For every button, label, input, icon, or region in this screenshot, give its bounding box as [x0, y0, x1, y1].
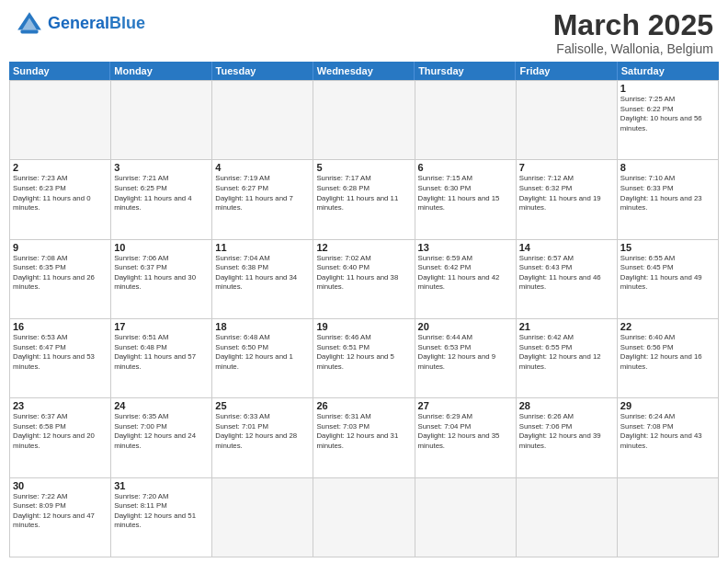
day-info: Sunrise: 6:26 AM Sunset: 7:06 PM Dayligh… — [519, 412, 614, 451]
cal-cell — [10, 81, 111, 160]
cal-cell: 9Sunrise: 7:08 AM Sunset: 6:35 PM Daylig… — [10, 240, 111, 319]
cal-cell — [517, 478, 618, 557]
cal-cell: 16Sunrise: 6:53 AM Sunset: 6:47 PM Dayli… — [10, 319, 111, 398]
day-info: Sunrise: 7:04 AM Sunset: 6:38 PM Dayligh… — [215, 254, 310, 293]
day-number: 27 — [418, 400, 513, 411]
weekday-header-wednesday: Wednesday — [313, 62, 415, 80]
day-info: Sunrise: 6:48 AM Sunset: 6:50 PM Dayligh… — [215, 333, 310, 372]
day-info: Sunrise: 6:31 AM Sunset: 7:03 PM Dayligh… — [316, 412, 411, 451]
day-number: 6 — [418, 162, 513, 173]
svg-rect-2 — [20, 29, 38, 33]
day-info: Sunrise: 6:53 AM Sunset: 6:47 PM Dayligh… — [13, 333, 108, 372]
header: GeneralBlue March 2025 Falisolle, Wallon… — [0, 0, 728, 62]
cal-cell: 7Sunrise: 7:12 AM Sunset: 6:32 PM Daylig… — [517, 160, 618, 239]
cal-cell: 26Sunrise: 6:31 AM Sunset: 7:03 PM Dayli… — [313, 398, 415, 477]
cal-cell: 11Sunrise: 7:04 AM Sunset: 6:38 PM Dayli… — [212, 240, 313, 319]
location: Falisolle, Wallonia, Belgium — [553, 41, 713, 56]
cal-cell — [212, 478, 313, 557]
cal-cell: 19Sunrise: 6:46 AM Sunset: 6:51 PM Dayli… — [313, 319, 415, 398]
logo-icon — [15, 9, 44, 39]
day-number: 26 — [316, 400, 411, 411]
day-info: Sunrise: 7:19 AM Sunset: 6:27 PM Dayligh… — [215, 174, 310, 213]
cal-cell: 21Sunrise: 6:42 AM Sunset: 6:55 PM Dayli… — [517, 319, 618, 398]
day-info: Sunrise: 7:17 AM Sunset: 6:28 PM Dayligh… — [316, 174, 411, 213]
day-number: 3 — [114, 162, 209, 173]
day-info: Sunrise: 6:46 AM Sunset: 6:51 PM Dayligh… — [316, 333, 411, 372]
cal-cell — [313, 478, 415, 557]
logo-blue: Blue — [109, 14, 145, 32]
weekday-header-thursday: Thursday — [415, 62, 516, 80]
cal-cell: 25Sunrise: 6:33 AM Sunset: 7:01 PM Dayli… — [212, 398, 313, 477]
month-year: March 2025 — [553, 9, 713, 41]
cal-cell — [415, 478, 517, 557]
cal-cell: 27Sunrise: 6:29 AM Sunset: 7:04 PM Dayli… — [415, 398, 517, 477]
day-info: Sunrise: 6:35 AM Sunset: 7:00 PM Dayligh… — [114, 412, 209, 451]
cal-cell: 18Sunrise: 6:48 AM Sunset: 6:50 PM Dayli… — [212, 319, 313, 398]
cal-cell: 20Sunrise: 6:44 AM Sunset: 6:53 PM Dayli… — [415, 319, 517, 398]
cal-cell: 3Sunrise: 7:21 AM Sunset: 6:25 PM Daylig… — [111, 160, 212, 239]
day-number: 22 — [620, 321, 715, 332]
day-info: Sunrise: 7:08 AM Sunset: 6:35 PM Dayligh… — [13, 254, 108, 293]
logo: GeneralBlue — [15, 9, 145, 39]
day-number: 15 — [620, 242, 715, 253]
cal-cell — [313, 81, 415, 160]
page: GeneralBlue March 2025 Falisolle, Wallon… — [0, 0, 728, 563]
cal-cell: 28Sunrise: 6:26 AM Sunset: 7:06 PM Dayli… — [517, 398, 618, 477]
day-number: 11 — [215, 242, 310, 253]
day-number: 7 — [519, 162, 614, 173]
cal-cell: 6Sunrise: 7:15 AM Sunset: 6:30 PM Daylig… — [415, 160, 517, 239]
day-info: Sunrise: 6:44 AM Sunset: 6:53 PM Dayligh… — [418, 333, 513, 372]
cal-cell: 29Sunrise: 6:24 AM Sunset: 7:08 PM Dayli… — [618, 398, 719, 477]
day-info: Sunrise: 7:10 AM Sunset: 6:33 PM Dayligh… — [620, 174, 715, 213]
day-number: 30 — [13, 480, 108, 491]
day-number: 9 — [13, 242, 108, 253]
day-number: 8 — [620, 162, 715, 173]
title-block: March 2025 Falisolle, Wallonia, Belgium — [553, 9, 713, 56]
day-info: Sunrise: 6:51 AM Sunset: 6:48 PM Dayligh… — [114, 333, 209, 372]
logo-general: General — [48, 14, 109, 32]
day-info: Sunrise: 6:55 AM Sunset: 6:45 PM Dayligh… — [620, 254, 715, 293]
cal-cell: 23Sunrise: 6:37 AM Sunset: 6:58 PM Dayli… — [10, 398, 111, 477]
day-info: Sunrise: 7:25 AM Sunset: 6:22 PM Dayligh… — [620, 95, 715, 133]
cal-cell: 13Sunrise: 6:59 AM Sunset: 6:42 PM Dayli… — [415, 240, 517, 319]
cal-cell: 30Sunrise: 7:22 AM Sunset: 8:09 PM Dayli… — [10, 478, 111, 557]
cal-cell: 8Sunrise: 7:10 AM Sunset: 6:33 PM Daylig… — [618, 160, 719, 239]
day-info: Sunrise: 6:29 AM Sunset: 7:04 PM Dayligh… — [418, 412, 513, 451]
day-number: 4 — [215, 162, 310, 173]
cal-cell: 31Sunrise: 7:20 AM Sunset: 8:11 PM Dayli… — [111, 478, 212, 557]
day-info: Sunrise: 6:59 AM Sunset: 6:42 PM Dayligh… — [418, 254, 513, 293]
day-number: 28 — [519, 400, 614, 411]
day-info: Sunrise: 7:15 AM Sunset: 6:30 PM Dayligh… — [418, 174, 513, 213]
calendar-grid: 1Sunrise: 7:25 AM Sunset: 6:22 PM Daylig… — [9, 80, 719, 557]
day-info: Sunrise: 6:37 AM Sunset: 6:58 PM Dayligh… — [13, 412, 108, 451]
day-info: Sunrise: 7:21 AM Sunset: 6:25 PM Dayligh… — [114, 174, 209, 213]
cal-cell: 2Sunrise: 7:23 AM Sunset: 6:23 PM Daylig… — [10, 160, 111, 239]
day-number: 21 — [519, 321, 614, 332]
cal-cell: 5Sunrise: 7:17 AM Sunset: 6:28 PM Daylig… — [313, 160, 415, 239]
day-number: 2 — [13, 162, 108, 173]
cal-cell — [415, 81, 517, 160]
weekday-header-friday: Friday — [516, 62, 617, 80]
day-info: Sunrise: 6:42 AM Sunset: 6:55 PM Dayligh… — [519, 333, 614, 372]
weekday-header-sunday: Sunday — [9, 62, 110, 80]
calendar: SundayMondayTuesdayWednesdayThursdayFrid… — [0, 62, 728, 563]
day-number: 29 — [620, 400, 715, 411]
cal-cell: 15Sunrise: 6:55 AM Sunset: 6:45 PM Dayli… — [618, 240, 719, 319]
day-number: 20 — [418, 321, 513, 332]
cal-cell — [212, 81, 313, 160]
day-info: Sunrise: 7:12 AM Sunset: 6:32 PM Dayligh… — [519, 174, 614, 213]
day-info: Sunrise: 7:22 AM Sunset: 8:09 PM Dayligh… — [13, 492, 108, 531]
day-info: Sunrise: 6:57 AM Sunset: 6:43 PM Dayligh… — [519, 254, 614, 293]
cal-cell: 17Sunrise: 6:51 AM Sunset: 6:48 PM Dayli… — [111, 319, 212, 398]
cal-cell: 22Sunrise: 6:40 AM Sunset: 6:56 PM Dayli… — [618, 319, 719, 398]
cal-cell — [111, 81, 212, 160]
day-number: 5 — [316, 162, 411, 173]
weekday-header-monday: Monday — [110, 62, 211, 80]
day-number: 23 — [13, 400, 108, 411]
day-number: 13 — [418, 242, 513, 253]
cal-cell: 24Sunrise: 6:35 AM Sunset: 7:00 PM Dayli… — [111, 398, 212, 477]
cal-cell: 12Sunrise: 7:02 AM Sunset: 6:40 PM Dayli… — [313, 240, 415, 319]
day-info: Sunrise: 7:02 AM Sunset: 6:40 PM Dayligh… — [316, 254, 411, 293]
weekday-header-saturday: Saturday — [618, 62, 719, 80]
cal-cell: 14Sunrise: 6:57 AM Sunset: 6:43 PM Dayli… — [517, 240, 618, 319]
